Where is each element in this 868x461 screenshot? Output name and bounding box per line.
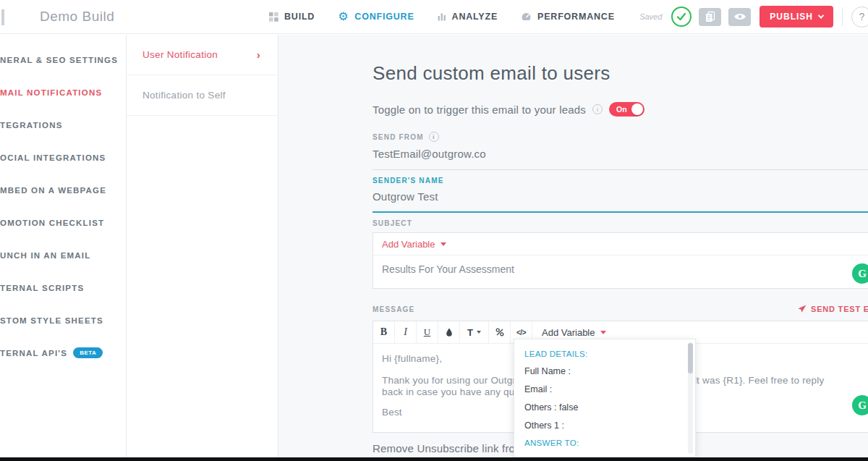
dropdown-item-others-1[interactable]: Others 1 : bbox=[514, 417, 695, 435]
send-from-label-row: SEND FROM bbox=[373, 132, 868, 142]
sidebar-item-external-scripts[interactable]: TERNAL SCRIPTS bbox=[0, 271, 126, 304]
subnav-item-label: User Notification bbox=[142, 49, 218, 60]
add-variable-label: Add Variable bbox=[542, 327, 595, 338]
publish-button[interactable]: PUBLISH bbox=[760, 6, 833, 28]
dropdown-scrollbar-thumb[interactable] bbox=[688, 343, 693, 373]
subnav-item-notification-to-self[interactable]: Notification to Self bbox=[127, 75, 278, 116]
chevron-down-icon bbox=[818, 12, 824, 18]
add-variable-label: Add Variable bbox=[382, 239, 435, 250]
sidebar-item-label: STOM STYLE SHEETS bbox=[0, 316, 103, 325]
nav-analyze[interactable]: ANALYZE bbox=[438, 12, 498, 22]
subnav-item-user-notification[interactable]: User Notification › bbox=[127, 35, 278, 75]
caret-down-icon bbox=[600, 331, 606, 334]
subject-editor: Add Variable Results For Your Assessment bbox=[373, 232, 868, 289]
link-icon bbox=[495, 328, 504, 337]
info-icon[interactable] bbox=[429, 132, 439, 142]
message-label: MESSAGE bbox=[373, 305, 868, 313]
bold-button[interactable]: B bbox=[373, 321, 395, 343]
settings-sidebar: NERAL & SEO SETTINGS MAIL NOTIFICATIONS … bbox=[0, 35, 127, 457]
sender-name-field: SENDER'S NAME Outgrow Test bbox=[373, 177, 868, 213]
sidebar-item-general-seo-settings[interactable]: NERAL & SEO SETTINGS bbox=[0, 43, 126, 76]
nav-performance-label: PERFORMANCE bbox=[537, 12, 615, 22]
grammarly-badge[interactable]: G bbox=[852, 263, 868, 284]
sidebar-item-integrations[interactable]: TEGRATIONS bbox=[0, 109, 126, 141]
sidebar-item-label: OMOTION CHECKLIST bbox=[0, 219, 104, 227]
saved-check-icon bbox=[671, 7, 692, 27]
top-bar: Demo Build BUILD ⚙ CONFIGURE ANALYZE PER… bbox=[0, 0, 868, 34]
toggle-state-label: On bbox=[616, 105, 627, 114]
sidebar-item-launch-in-an-email[interactable]: UNCH IN AN EMAIL bbox=[0, 239, 126, 271]
toggle-knob bbox=[631, 103, 643, 115]
subject-input[interactable]: Results For Your Assessment bbox=[373, 255, 868, 275]
gauge-icon bbox=[521, 12, 532, 22]
sidebar-item-embed-on-a-webpage[interactable]: MBED ON A WEBPAGE bbox=[0, 174, 126, 206]
nav-performance[interactable]: PERFORMANCE bbox=[521, 12, 615, 22]
link-button[interactable] bbox=[489, 321, 511, 343]
sidebar-item-email-notifications[interactable]: MAIL NOTIFICATIONS bbox=[0, 76, 126, 109]
sidebar-item-label: OCIAL INTEGRATIONS bbox=[0, 153, 106, 162]
font-size-button[interactable]: T bbox=[460, 321, 489, 343]
nav-build-label: BUILD bbox=[284, 12, 315, 22]
subnav-item-label: Notification to Self bbox=[142, 90, 226, 101]
underline-button[interactable]: U bbox=[417, 321, 438, 343]
sidebar-item-social-integrations[interactable]: OCIAL INTEGRATIONS bbox=[0, 141, 126, 174]
italic-button[interactable]: I bbox=[395, 321, 417, 343]
saved-status: Saved bbox=[639, 12, 662, 21]
nav-configure-label: CONFIGURE bbox=[354, 12, 414, 22]
info-icon[interactable] bbox=[592, 104, 603, 114]
notes-copy-button[interactable] bbox=[699, 8, 721, 26]
eye-icon bbox=[733, 12, 746, 21]
caret-down-icon bbox=[441, 242, 446, 246]
dropdown-header-answer-to: ANSWER TO: bbox=[514, 435, 695, 452]
send-from-label: SEND FROM bbox=[373, 133, 424, 141]
trigger-toggle[interactable]: On bbox=[609, 102, 644, 117]
page-title: Demo Build bbox=[40, 9, 114, 25]
chevron-right-icon: › bbox=[257, 48, 260, 61]
nav-analyze-label: ANALYZE bbox=[452, 12, 498, 22]
topbar-actions: Saved PUBLISH ? bbox=[639, 0, 868, 33]
send-test-email-label: SEND TEST EMAIL bbox=[811, 305, 868, 313]
section-title: Send custom email to users bbox=[373, 62, 610, 85]
paper-plane-icon bbox=[798, 305, 807, 313]
main-content: Send custom email to users Toggle on to … bbox=[278, 35, 868, 457]
sidebar-item-label: UNCH IN AN EMAIL bbox=[0, 251, 90, 260]
beta-badge: BETA bbox=[73, 347, 103, 358]
nav-configure[interactable]: ⚙ CONFIGURE bbox=[338, 11, 414, 22]
sidebar-item-promotion-checklist[interactable]: OMOTION CHECKLIST bbox=[0, 206, 126, 239]
preview-button[interactable] bbox=[728, 8, 751, 26]
notification-subnav: User Notification › Notification to Self bbox=[127, 35, 278, 457]
build-blocks-icon bbox=[269, 12, 278, 22]
subject-add-variable-button[interactable]: Add Variable bbox=[382, 239, 446, 250]
message-label-row: MESSAGE bbox=[373, 305, 868, 313]
sidebar-item-label: MAIL NOTIFICATIONS bbox=[0, 88, 102, 97]
trigger-toggle-label: Toggle on to trigger this email to your … bbox=[373, 103, 586, 116]
sidebar-item-label: TERNAL API'S bbox=[0, 349, 67, 358]
dropdown-header-lead-details: LEAD DETAILS: bbox=[514, 346, 695, 363]
subject-label: SUBJECT bbox=[373, 219, 412, 227]
trigger-toggle-row: Toggle on to trigger this email to your … bbox=[373, 102, 644, 117]
gear-icon: ⚙ bbox=[338, 11, 349, 22]
top-nav: BUILD ⚙ CONFIGURE ANALYZE PERFORMANCE bbox=[269, 0, 615, 33]
droplet-icon bbox=[446, 328, 453, 337]
text-color-button[interactable] bbox=[438, 321, 460, 343]
sidebar-item-custom-style-sheets[interactable]: STOM STYLE SHEETS bbox=[0, 304, 126, 337]
caret-down-icon bbox=[477, 331, 481, 334]
grammarly-badge[interactable]: G bbox=[852, 395, 868, 415]
nav-build[interactable]: BUILD bbox=[269, 12, 315, 22]
dropdown-item-others[interactable]: Others : false bbox=[514, 399, 695, 417]
bottom-edge-bar bbox=[0, 457, 868, 461]
send-test-email-button[interactable]: SEND TEST EMAIL bbox=[798, 305, 868, 313]
sidebar-item-label: TEGRATIONS bbox=[0, 121, 63, 130]
sidebar-item-label: NERAL & SEO SETTINGS bbox=[0, 56, 118, 64]
send-from-field: SEND FROM TestEmail@outgrow.co bbox=[373, 132, 868, 170]
topbar-divider bbox=[842, 7, 843, 26]
dropdown-item-full-name[interactable]: Full Name : bbox=[514, 363, 695, 381]
sender-name-input[interactable]: Outgrow Test bbox=[373, 190, 868, 203]
send-from-input[interactable]: TestEmail@outgrow.co bbox=[373, 148, 868, 160]
help-button[interactable]: ? bbox=[851, 7, 868, 28]
dropdown-item-email[interactable]: Email : bbox=[514, 381, 695, 399]
sidebar-item-label: TERNAL SCRIPTS bbox=[0, 284, 84, 292]
sidebar-item-external-apis[interactable]: TERNAL API'S BETA bbox=[0, 337, 126, 369]
publish-label: PUBLISH bbox=[770, 12, 813, 22]
subject-toolbar: Add Variable bbox=[373, 233, 868, 255]
